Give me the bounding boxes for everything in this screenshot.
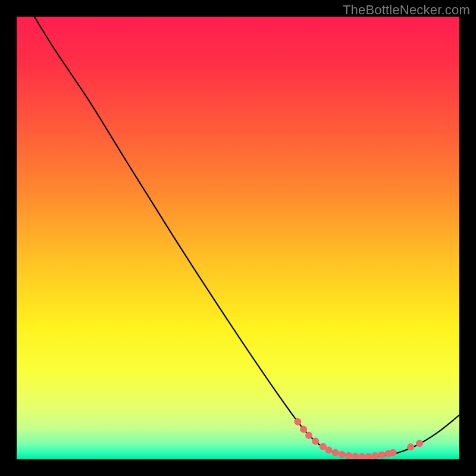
watermark-text: TheBottleNecker.com <box>343 2 470 18</box>
marker-dot <box>305 432 312 439</box>
marker-dot <box>312 438 319 445</box>
marker-dot <box>294 418 301 425</box>
marker-dot <box>345 452 352 459</box>
marker-dot <box>372 452 379 459</box>
marker-dot <box>339 451 346 458</box>
marker-dot <box>332 449 339 456</box>
marker-dot <box>416 440 423 447</box>
marker-dot <box>300 425 307 433</box>
marker-dot <box>407 443 414 450</box>
marker-dot <box>325 446 333 453</box>
chart-frame: TheBottleNecker.com <box>0 0 476 476</box>
plot-area <box>17 17 459 459</box>
marker-dot <box>378 452 386 459</box>
gradient-background <box>17 17 459 459</box>
marker-dot <box>389 449 396 456</box>
chart-svg <box>17 17 459 459</box>
